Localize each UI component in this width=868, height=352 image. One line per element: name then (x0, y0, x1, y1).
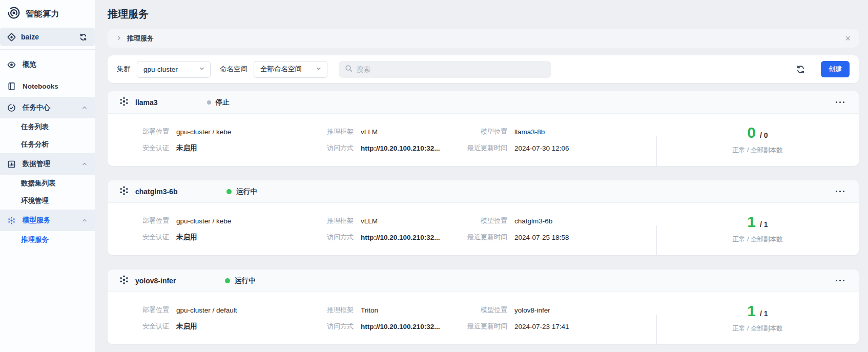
deploy-value: gpu-cluster / kebe (176, 217, 231, 225)
replicas-caption: 正常 / 全部副本数 (733, 146, 783, 155)
replicas-caption: 正常 / 全部副本数 (733, 235, 783, 244)
service-card-body: 部署位置gpu-cluster / default 安全认证未启用 推理框架Tr… (108, 292, 859, 344)
search-box[interactable] (339, 61, 551, 78)
access-value[interactable]: http://10.20.100.210:32... (361, 323, 440, 330)
service-card-body: 部署位置gpu-cluster / kebe 安全认证未启用 推理框架vLLM … (108, 114, 859, 166)
auth-label: 安全认证 (126, 143, 169, 153)
auth-label: 安全认证 (126, 322, 169, 331)
more-actions-button[interactable] (835, 98, 846, 107)
refresh-button[interactable] (794, 63, 808, 76)
namespace-label: 命名空间 (220, 65, 247, 74)
chevron-down-icon (199, 65, 205, 74)
sidebar-item-label: 环境管理 (21, 196, 49, 205)
model-label: 模型位置 (464, 305, 507, 315)
access-value[interactable]: http://10.20.100.210:32... (361, 234, 440, 241)
access-label: 访问方式 (311, 143, 354, 153)
create-button[interactable]: 创建 (821, 61, 850, 77)
sidebar-section-task-center[interactable]: 任务中心 (0, 97, 95, 118)
service-card-body: 部署位置gpu-cluster / kebe 安全认证未启用 推理框架vLLM … (108, 203, 859, 255)
service-name[interactable]: yolov8-infer (135, 277, 176, 285)
service-card: llama3 停止 部署位置gpu-cluster / kebe 安全认证未启用… (108, 91, 859, 166)
app-logo-icon (7, 6, 20, 22)
deploy-label: 部署位置 (126, 216, 169, 225)
page-title: 推理服务 (108, 7, 859, 21)
replicas-total: / 0 (760, 131, 768, 139)
workspace-swap-icon[interactable] (79, 33, 88, 42)
search-input[interactable] (357, 66, 545, 73)
bar-chart-icon (7, 160, 16, 169)
workspace-icon (7, 33, 16, 42)
access-label: 访问方式 (311, 322, 354, 331)
status-badge: 运行中 (226, 187, 257, 196)
model-label: 模型位置 (464, 127, 507, 136)
status-stopped-dot (207, 100, 211, 105)
service-card: yolov8-infer 运行中 部署位置gpu-cluster / defau… (108, 270, 859, 344)
sidebar-section-data-management[interactable]: 数据管理 (0, 153, 95, 175)
sidebar-item-overview[interactable]: 概览 (0, 54, 95, 75)
service-card-header: chatglm3-6b 运行中 (108, 180, 859, 203)
framework-value: vLLM (361, 217, 378, 225)
sidebar-item-label: Notebooks (23, 82, 58, 90)
sidebar-item-task-analysis[interactable]: 任务分析 (0, 136, 95, 153)
updated-label: 最近更新时间 (464, 143, 507, 153)
auth-value: 未启用 (176, 322, 197, 331)
framework-label: 推理框架 (311, 305, 354, 315)
more-actions-button[interactable] (835, 188, 846, 196)
updated-value: 2024-07-25 18:58 (514, 234, 569, 241)
sidebar: 智能算力 baize 概览 (0, 0, 95, 352)
access-label: 访问方式 (311, 233, 354, 242)
chevron-up-icon[interactable] (81, 105, 88, 111)
cluster-select[interactable]: gpu-cluster (137, 61, 211, 78)
auth-label: 安全认证 (126, 233, 169, 242)
service-name[interactable]: chatglm3-6b (135, 188, 177, 196)
workspace-switcher[interactable]: baize (0, 28, 95, 46)
model-label: 模型位置 (464, 216, 507, 225)
replicas-total: / 1 (760, 309, 768, 318)
more-actions-button[interactable] (835, 277, 846, 285)
updated-label: 最近更新时间 (464, 322, 507, 331)
model-value: chatglm3-6b (514, 217, 552, 225)
sidebar-section-label: 数据管理 (23, 159, 50, 169)
deploy-label: 部署位置 (126, 305, 169, 315)
sidebar-item-inference-service[interactable]: 推理服务 (0, 231, 95, 249)
task-check-icon (7, 103, 16, 112)
sidebar-nav: 概览 Notebooks 任务中心 任务列表 任务分析 (0, 54, 95, 249)
chevron-right-icon[interactable] (116, 34, 122, 43)
cluster-dots-icon (7, 216, 16, 225)
sidebar-item-environment-management[interactable]: 环境管理 (0, 192, 95, 210)
chevron-up-icon[interactable] (81, 217, 88, 223)
status-running-dot (226, 189, 232, 194)
service-name[interactable]: llama3 (135, 98, 158, 107)
model-value: yolov8-infer (514, 306, 550, 314)
sidebar-item-label: 概览 (23, 60, 36, 69)
cluster-label: 集群 (117, 65, 131, 74)
book-icon (7, 82, 16, 91)
chevron-up-icon[interactable] (81, 161, 88, 167)
service-card-header: llama3 停止 (108, 91, 859, 114)
replicas-ready: 1 (747, 214, 756, 230)
close-icon[interactable]: × (845, 34, 851, 43)
framework-value: Triton (361, 306, 378, 314)
sidebar-section-label: 模型服务 (23, 216, 50, 225)
sidebar-item-dataset-list[interactable]: 数据集列表 (0, 175, 95, 192)
access-value[interactable]: http://10.20.100.210:32... (361, 144, 440, 152)
replicas-stat: 1 / 1 正常 / 全部副本数 (656, 214, 859, 244)
framework-label: 推理框架 (311, 127, 354, 136)
service-icon (119, 275, 129, 287)
breadcrumb-item[interactable]: 推理服务 (127, 34, 154, 43)
replicas-ready: 0 (747, 125, 756, 140)
sidebar-section-label: 任务中心 (23, 103, 50, 112)
sidebar-section-model-service[interactable]: 模型服务 (0, 210, 95, 231)
deploy-value: gpu-cluster / kebe (176, 128, 231, 136)
auth-value: 未启用 (176, 143, 197, 153)
updated-value: 2024-07-23 17:41 (514, 323, 569, 330)
filter-bar: 集群 gpu-cluster 命名空间 全部命名空间 创建 (108, 55, 859, 83)
sidebar-item-notebooks[interactable]: Notebooks (0, 75, 95, 97)
namespace-select[interactable]: 全部命名空间 (254, 61, 327, 78)
service-icon (119, 96, 129, 109)
framework-label: 推理框架 (311, 216, 354, 225)
app-title: 智能算力 (26, 9, 59, 19)
main-content: 推理服务 推理服务 × 集群 gpu-cluster 命名空间 全部命名空间 (95, 0, 868, 352)
cluster-select-value: gpu-cluster (143, 66, 199, 73)
sidebar-item-task-list[interactable]: 任务列表 (0, 118, 95, 136)
